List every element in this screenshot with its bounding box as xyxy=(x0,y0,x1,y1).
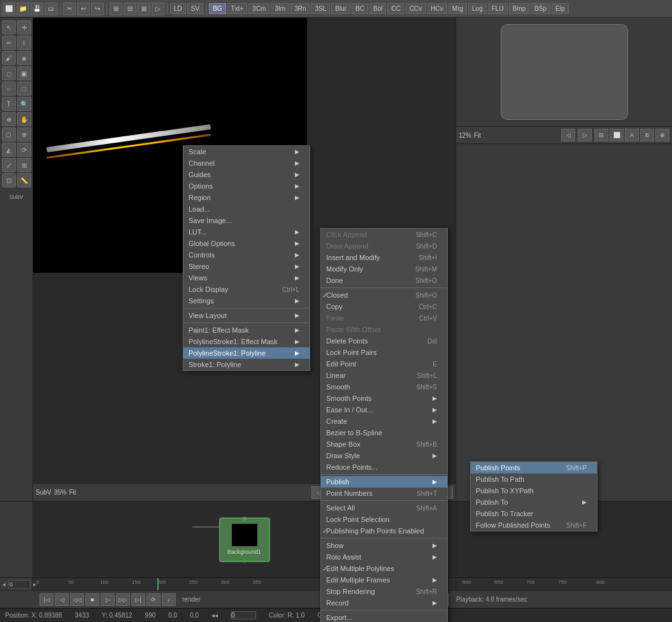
sub-export[interactable]: Export... xyxy=(321,612,447,622)
bol-btn[interactable]: Bol xyxy=(369,3,386,14)
log-btn[interactable]: Log xyxy=(468,3,487,14)
audio-btn[interactable]: ♪ xyxy=(162,593,176,606)
menu-options[interactable]: Options▶ xyxy=(183,180,310,192)
play-btn[interactable]: ▷ xyxy=(101,593,115,606)
sub-record[interactable]: Record▶ xyxy=(321,597,447,609)
menu-guides[interactable]: Guides▶ xyxy=(183,169,310,180)
sub-paste[interactable]: PasteCtrl+V xyxy=(321,312,447,324)
pub-to-path[interactable]: Publish To Path xyxy=(471,474,597,485)
menu-channel[interactable]: Channel▶ xyxy=(183,157,310,169)
3cm-btn[interactable]: 3Cm xyxy=(248,3,269,14)
text-tool[interactable]: T xyxy=(2,97,16,111)
pub-to-tracker[interactable]: Publish To Tracker xyxy=(471,508,597,519)
play-fwd-btn[interactable]: ▷▷ xyxy=(116,593,130,606)
right-prev[interactable]: ◁ xyxy=(561,129,575,141)
menu-views[interactable]: Views▶ xyxy=(183,272,310,284)
menu-stroke1[interactable]: Stroke1: Polyline▶ xyxy=(183,359,310,370)
roto-tool[interactable]: ⟳ xyxy=(17,143,31,157)
play-back-btn[interactable]: ◁◁ xyxy=(70,593,84,606)
mrg-btn[interactable]: Mrg xyxy=(448,3,467,14)
sub-select-all[interactable]: Select AllShift+A xyxy=(321,502,447,514)
menu-scale[interactable]: Scale▶ xyxy=(183,146,310,157)
sub-draw-style[interactable]: Draw Style▶ xyxy=(321,450,447,461)
pub-to[interactable]: Publish To▶ xyxy=(471,496,597,508)
sub-modify-only[interactable]: Modify OnlyShift+M xyxy=(321,263,447,275)
shape-tool[interactable]: ○ xyxy=(2,82,16,96)
ld-btn[interactable]: LD xyxy=(170,3,186,14)
sub-paste-offset[interactable]: Paste With Offset xyxy=(321,324,447,335)
zoom-pct[interactable]: 35% xyxy=(54,489,66,496)
folder-icon[interactable]: 📁 xyxy=(17,3,29,15)
menu-region[interactable]: Region▶ xyxy=(183,192,310,203)
menu-paint1[interactable]: Paint1: Effect Mask▶ xyxy=(183,324,310,336)
grid-tool[interactable]: ⊞ xyxy=(17,158,31,172)
render-icon[interactable]: ▷ xyxy=(152,3,164,15)
sub-point-numbers[interactable]: Point NumbersShift+T xyxy=(321,488,447,499)
eraser-tool[interactable]: ◻ xyxy=(2,66,16,80)
sub-smooth[interactable]: SmoothShift+S xyxy=(321,381,447,393)
save-icon[interactable]: 💾 xyxy=(31,3,43,15)
sub-edit-multi-frames[interactable]: Edit Multiple Frames▶ xyxy=(321,574,447,586)
grid2-icon[interactable]: ⊟ xyxy=(124,3,136,15)
sub-done[interactable]: DoneShift+O xyxy=(321,275,447,286)
warp-tool[interactable]: ⤢ xyxy=(2,158,16,172)
clone-tool[interactable]: ◈ xyxy=(17,51,31,65)
bg-btn[interactable]: BG xyxy=(209,3,225,14)
sub-pub-path-pts[interactable]: Publishing Path Points Enabled xyxy=(321,525,447,537)
tl-right[interactable]: 600 650 700 750 800 xyxy=(455,578,672,590)
menu-view-layout[interactable]: View Layout▶ xyxy=(183,310,310,321)
menu-lock-display[interactable]: Lock DisplayCtrl+L xyxy=(183,284,310,295)
right-zoom[interactable]: 12% xyxy=(459,132,471,139)
stop-btn[interactable]: ■ xyxy=(85,593,99,606)
menu-stereo[interactable]: Stereo▶ xyxy=(183,261,310,272)
sub-create[interactable]: Create▶ xyxy=(321,416,447,427)
elp-btn[interactable]: Elp xyxy=(552,3,568,14)
playhead[interactable] xyxy=(157,578,159,590)
next-frame-btn[interactable]: ▷| xyxy=(131,593,145,606)
menu-save-image[interactable]: Save Image... xyxy=(183,215,310,226)
sub-edit-multi-poly[interactable]: Edit Multiple Polylines xyxy=(321,563,447,574)
measure-tool[interactable]: 📏 xyxy=(17,173,31,187)
sub-insert-modify[interactable]: Insert and ModifyShift+I xyxy=(321,252,447,263)
3im-btn[interactable]: 3Im xyxy=(271,3,289,14)
menu-load[interactable]: Load... xyxy=(183,203,310,215)
sub-reduce-points[interactable]: Reduce Points... xyxy=(321,461,447,473)
sub-show[interactable]: Show▶ xyxy=(321,540,447,551)
menu-lut[interactable]: LUT...▶ xyxy=(183,226,310,238)
flu-btn[interactable]: FLU xyxy=(488,3,508,14)
crop-tool[interactable]: ⊡ xyxy=(2,173,16,187)
sub-closed[interactable]: ClosedShift+O xyxy=(321,289,447,301)
menu-polystroke1-poly[interactable]: PolylineStroke1: Polyline▶ xyxy=(183,347,310,359)
sub-lock-pairs[interactable]: Lock Point Pairs xyxy=(321,347,447,358)
zoom-tool[interactable]: ⊕ xyxy=(2,112,16,126)
sv-btn[interactable]: SV xyxy=(187,3,203,14)
bmp-btn[interactable]: Bmp xyxy=(509,3,530,14)
blur-btn[interactable]: Blur xyxy=(331,3,350,14)
pub-to-xypath[interactable]: Publish To XYPath xyxy=(471,485,597,496)
sub-shape-box[interactable]: Shape BoxShift+B xyxy=(321,438,447,450)
mask-tool[interactable]: ◭ xyxy=(2,143,16,157)
menu-global-options[interactable]: Global Options▶ xyxy=(183,238,310,249)
save-as-icon[interactable]: 🗂 xyxy=(45,3,57,15)
tracker-tool[interactable]: ⊕ xyxy=(17,127,31,141)
bsp-btn[interactable]: BSp xyxy=(531,3,550,14)
bc-btn[interactable]: BC xyxy=(352,3,368,14)
transform-tool[interactable]: ✛ xyxy=(17,20,31,34)
menu-settings[interactable]: Settings▶ xyxy=(183,295,310,307)
cut-icon[interactable]: ✂ xyxy=(63,3,76,15)
sub-delete-points[interactable]: Delete PointsDel xyxy=(321,335,447,347)
loop-btn[interactable]: ⟳ xyxy=(147,593,161,606)
prev-frame-btn[interactable]: ◁ xyxy=(55,593,69,606)
right-next[interactable]: ▷ xyxy=(578,129,592,141)
undo-icon[interactable]: ↩ xyxy=(77,3,90,15)
cc-btn[interactable]: CC xyxy=(387,3,404,14)
r-view5[interactable]: ⊕ xyxy=(655,129,669,141)
r-view2[interactable]: ⬜ xyxy=(610,129,624,141)
frame-input[interactable] xyxy=(8,580,31,589)
sub-click-append[interactable]: Click AppendShift+C xyxy=(321,229,447,240)
background1-node[interactable]: Background1 xyxy=(219,517,270,562)
right-viewport[interactable] xyxy=(501,24,628,120)
eyedrop-tool[interactable]: 🔍 xyxy=(17,97,31,111)
sub-smooth-points[interactable]: Smooth Points▶ xyxy=(321,393,447,404)
grid-icon[interactable]: ⊞ xyxy=(110,3,122,15)
